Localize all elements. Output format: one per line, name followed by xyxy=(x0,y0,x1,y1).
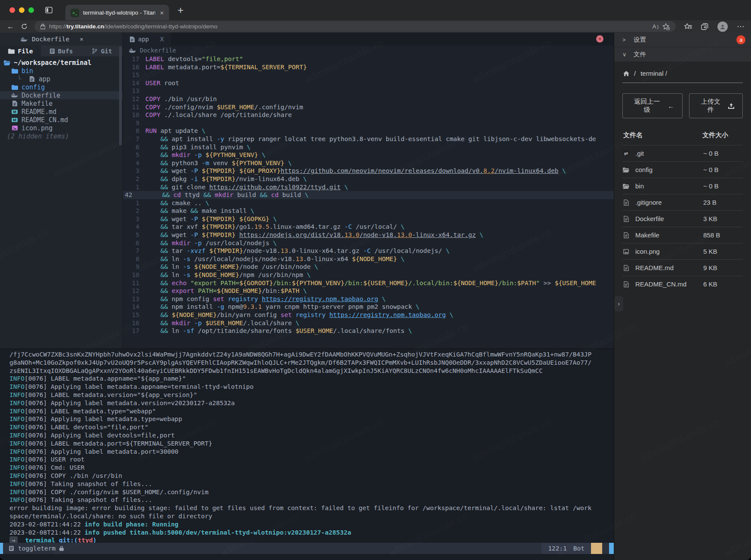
code-line[interactable]: 8 && ln -s /usr/local/nodejs/node-v18.13… xyxy=(123,255,614,263)
file-tree-item[interactable]: config xyxy=(0,83,123,91)
file-size: ~ 0 B xyxy=(703,182,743,190)
file-tree-item[interactable]: Dockerfile xyxy=(0,91,123,99)
tab-layout-icon[interactable] xyxy=(45,7,52,13)
file-table-row[interactable]: config~ 0 B xyxy=(622,161,743,178)
minimize-window-button[interactable] xyxy=(19,7,25,13)
back-button[interactable]: ← xyxy=(7,22,14,31)
address-bar[interactable]: https://try.titanide.cn/ide/web/coding/t… xyxy=(34,21,676,32)
code-line[interactable]: 1 && cmake .. \ xyxy=(123,199,614,207)
code-line[interactable]: 3 && wget -P ${TMPDIR} ${GOPKG} \ xyxy=(123,215,614,223)
file-tree-item[interactable]: MREADME_CN.md xyxy=(0,116,123,124)
home-icon[interactable] xyxy=(623,71,629,76)
arrow-left-icon: ← xyxy=(668,102,674,110)
code-line[interactable]: 1 && git clone https://github.com/tsl092… xyxy=(123,183,614,191)
reload-button[interactable] xyxy=(21,23,28,30)
editor-close-button[interactable]: × xyxy=(596,35,603,43)
favorites-icon[interactable] xyxy=(684,23,692,30)
code-line[interactable]: 16LABEL metadata.port=${TERMINAL_SERVER_… xyxy=(123,63,614,71)
terminal-line: g8aNOh+Mc10GoZkpof0xkJ4Up7vU2oUQ9r5PscAY… xyxy=(9,359,614,367)
file-tree-label: ~/workspace/terminal xyxy=(14,59,92,67)
code-line[interactable]: 12 && export PATH=${NODE_HOME}/bin:$PATH… xyxy=(123,287,614,295)
code-line[interactable]: 10 && ln -s ${NODE_HOME}/npm /usr/bin/np… xyxy=(123,271,614,279)
code-line[interactable]: 15 && ${NODE_HOME}/bin/yarn config set r… xyxy=(123,311,614,319)
settings-section-header[interactable]: > 设置 xyxy=(614,33,751,47)
file-tree-item[interactable]: bin xyxy=(0,67,123,75)
file-table-row[interactable]: Makefile858 B xyxy=(622,227,743,243)
file-size: 23 B xyxy=(703,199,743,206)
file-table-row[interactable]: bin~ 0 B xyxy=(622,178,743,194)
code-line[interactable]: 9 xyxy=(123,119,614,127)
upload-file-button[interactable]: 上传文件 xyxy=(689,93,743,118)
code-line[interactable]: 2 && make && make install \ xyxy=(123,207,614,215)
file-table-row[interactable]: README_CN.md6 KB xyxy=(622,276,743,292)
current-path[interactable]: terminal / xyxy=(640,70,667,77)
code-line[interactable]: 17 && ln -sf /opt/titanide/share/fonts $… xyxy=(123,327,614,335)
editor-code-area[interactable]: 17LABEL devtools="file,port"16LABEL meta… xyxy=(123,55,614,348)
file-tree-item[interactable]: ~/workspace/terminal xyxy=(0,58,123,67)
file-tree-item[interactable]: (2 hidden items) xyxy=(0,132,123,140)
editor-tab-close-icon[interactable]: X xyxy=(160,36,163,43)
sidebar-scrollbar[interactable] xyxy=(119,46,122,145)
code-line[interactable]: 11COPY ./config/nvim $USER_HOME/.config/… xyxy=(123,103,614,111)
code-line[interactable]: 3 && wget -P ${TMPDIR} ${GH_PROXY}https:… xyxy=(123,167,614,175)
text-size-icon[interactable]: A) xyxy=(653,23,659,30)
code-line[interactable]: 5 && wget -P ${TMPDIR} https://nodejs.or… xyxy=(123,231,614,239)
close-window-button[interactable] xyxy=(9,7,15,13)
code-line[interactable]: 8RUN apt update \ xyxy=(123,127,614,135)
user-avatar-badge[interactable]: a xyxy=(736,35,745,44)
collections-icon[interactable] xyxy=(701,23,708,30)
code-line[interactable]: 2 && dpkg -i ${TMPDIR}/nvim-linux64.deb … xyxy=(123,175,614,183)
code-line[interactable]: 5 && mkdir -p ${PYTHON_VENV} \ xyxy=(123,151,614,159)
new-tab-button[interactable]: + xyxy=(178,4,184,16)
file-table-row[interactable]: icon.png5 KB xyxy=(622,243,743,259)
sidebar-dockerfile-tab[interactable]: Dockerfile × xyxy=(16,34,88,44)
folder-gray-icon xyxy=(622,167,630,172)
code-line[interactable]: 14 && npm install -g npm@9.3.1 yarn cnpm… xyxy=(123,303,614,311)
code-line[interactable]: 16 && mkdir -p $USER_HOME/.local/share \ xyxy=(123,319,614,327)
code-line[interactable]: 7 && apt install -y ripgrep ranger lolca… xyxy=(123,135,614,143)
whale-icon xyxy=(129,48,136,53)
column-filename: 文件名 xyxy=(623,131,702,139)
add-favorite-icon[interactable] xyxy=(662,23,670,30)
code-line[interactable]: 13 xyxy=(123,87,614,95)
code-line[interactable]: 10COPY ./.local/share /opt/titanide/shar… xyxy=(123,111,614,119)
code-line[interactable]: 6 && mkdir -p /usr/local/nodejs \ xyxy=(123,239,614,247)
tab-file[interactable]: File xyxy=(0,46,41,56)
code-line[interactable]: 4 && tar xvf ${TMPDIR}/go1.19.5.linux-am… xyxy=(123,223,614,231)
tab-git[interactable]: Git xyxy=(82,46,123,56)
code-line[interactable]: 15 xyxy=(123,71,614,79)
file-tree-item[interactable]: icon.png xyxy=(0,124,123,132)
file-tree-item[interactable]: └ app xyxy=(0,75,123,83)
files-section-header[interactable]: ∨ 文件 xyxy=(614,47,751,62)
file-table-row[interactable]: Dockerfile3 KB xyxy=(622,210,743,227)
tab-bufs[interactable]: Bufs xyxy=(41,46,82,56)
current-code-line[interactable]: 42 && cd ttyd && mkdir build && cd build… xyxy=(123,191,614,199)
zoom-window-button[interactable] xyxy=(28,7,34,13)
more-menu-icon[interactable]: ⋯ xyxy=(737,22,744,31)
code-line[interactable]: 13 && npm config set registry https://re… xyxy=(123,295,614,303)
terminal-panel[interactable]: /fj7CcwoCW7ZXBc3snKxZNYHpbh7uhwOvx2lsi4W… xyxy=(0,348,614,560)
code-line[interactable]: 12COPY ./bin /usr/bin xyxy=(123,95,614,103)
code-line[interactable]: 14USER root xyxy=(123,79,614,87)
file-table-row[interactable]: README.md9 KB xyxy=(622,259,743,276)
panel-collapse-handle[interactable]: › xyxy=(614,296,623,311)
code-line[interactable]: 11 && echo "export PATH=${GOROOT}/bin:${… xyxy=(123,279,614,287)
terminal-line: INFO[0076] Applying label metadata.versi… xyxy=(9,399,614,407)
sidebar-tab-close-icon[interactable]: × xyxy=(80,36,83,43)
code-line[interactable]: 4 && python3 -m venv ${PYTHON_VENV} \ xyxy=(123,159,614,167)
profile-avatar[interactable] xyxy=(717,22,728,32)
file-table-row[interactable]: .gitignore23 B xyxy=(622,194,743,210)
editor-tab-app[interactable]: app X xyxy=(123,33,171,46)
file-table-row[interactable]: git.git~ 0 B xyxy=(622,145,743,161)
browser-tab[interactable]: >_ terminal-ttyd-wlotnipo - TitanI × xyxy=(65,5,169,20)
code-line[interactable]: 17LABEL devtools="file,port" xyxy=(123,55,614,63)
code-line[interactable]: 7 && tar -xvzf ${TMPDIR}/node-v18.13.0-l… xyxy=(123,247,614,255)
file-tree[interactable]: ~/workspace/terminalbin└ appconfigDocker… xyxy=(0,56,123,140)
file-tree-item[interactable]: MREADME.md xyxy=(0,108,123,116)
code-line[interactable]: 9 && ln -s ${NODE_HOME}/node /usr/bin/no… xyxy=(123,263,614,271)
file-tree-item[interactable]: Makefile xyxy=(0,99,123,108)
go-up-button[interactable]: 返回上一级 ← xyxy=(622,93,683,118)
tab-close-icon[interactable]: × xyxy=(160,9,164,16)
code-line[interactable]: 6 && pip3 install pynvim \ xyxy=(123,143,614,151)
url-text[interactable]: https://try.titanide.cn/ide/web/coding/t… xyxy=(49,23,649,30)
